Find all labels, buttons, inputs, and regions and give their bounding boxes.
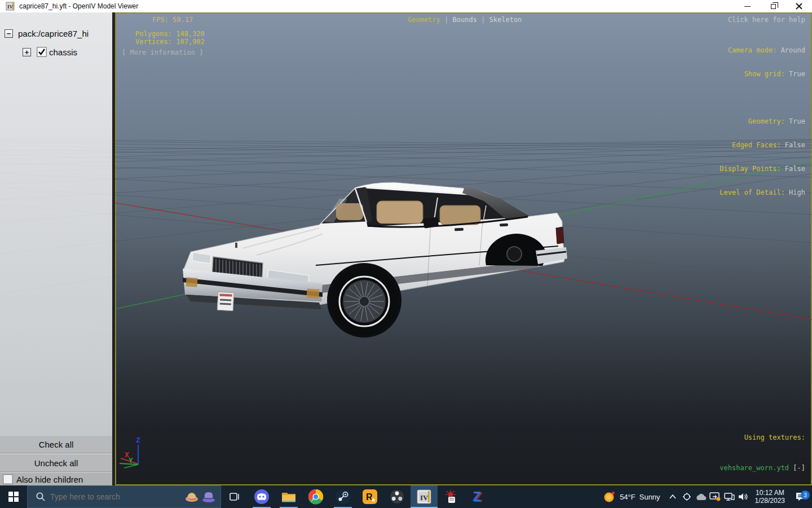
volume-icon [738,492,749,502]
taskbar-app-obs[interactable] [383,485,411,508]
restore-button[interactable] [760,0,786,12]
taskbar-app-rockstar[interactable]: R [356,485,383,508]
minimize-button[interactable] [734,0,760,12]
taskbar-app-chrome[interactable] [302,485,329,508]
tab-separator: | [440,16,453,24]
panel-divider [112,12,115,485]
taskbar-app-spray-tool[interactable] [438,485,465,508]
tray-volume-button[interactable] [736,485,751,508]
tab-skeleton[interactable]: Skeleton [489,16,522,24]
openiv-app-icon: IV [6,2,15,11]
setting-camera-mode[interactable]: Camera mode: Around [720,46,805,54]
task-view-icon [229,491,240,502]
weather-desc: Sunny [639,493,660,501]
weather-temp: 54°F [620,493,636,501]
more-information-link[interactable]: [ More information ] [122,49,204,56]
axis-gizmo-icon: Z X Y [120,436,140,468]
tree-root-row[interactable]: − pack:/caprice87_hi [5,29,89,38]
svg-text:Y: Y [129,456,133,465]
tree-root-label[interactable]: pack:/caprice87_hi [18,29,89,38]
start-button[interactable] [0,485,27,508]
tray-onedrive-button[interactable] [694,485,708,508]
tab-bounds[interactable]: Bounds [452,16,476,24]
fps-counter: FPS: 59.17 [152,16,193,24]
taskbar-app-discord[interactable] [248,485,275,508]
taskbar-app-zmodeler[interactable]: Z Z [465,485,492,508]
recorder-icon [682,492,692,502]
car-model [183,182,567,338]
search-icon [36,492,46,502]
svg-text:Z: Z [136,436,140,444]
top-hat-icon[interactable] [201,489,216,504]
taskbar-clock[interactable]: 10:12 AM 1/28/2023 [751,489,789,505]
taskbar-app-file-explorer[interactable] [275,485,302,508]
spray-tool-icon [443,489,459,505]
window-title: caprice87_hi.yft - OpenIV Model Viewer [19,2,138,10]
tab-separator: | [477,16,489,24]
tree-expand-icon[interactable]: + [23,48,31,56]
openiv-icon: IV [416,488,433,505]
also-hide-children-row: Also hide children [0,473,112,485]
taskbar-app-steam[interactable] [329,485,356,508]
setting-display-points[interactable]: Display Points: False [720,165,805,173]
svg-text:Z: Z [473,489,482,504]
sun-hat-icon[interactable] [184,489,199,504]
system-tray: 54°F Sunny [601,485,812,508]
minimize-icon [744,6,751,7]
tray-chevron-button[interactable] [666,485,680,508]
search-input[interactable] [50,492,184,501]
tray-network-button[interactable] [722,485,736,508]
tree-item-chassis[interactable]: + chassis [23,47,77,57]
tray-display-share-button[interactable] [708,485,722,508]
setting-edged-faces[interactable]: Edged Faces: False [720,141,805,149]
windows-taskbar: R IV [0,485,812,508]
setting-show-grid[interactable]: Show grid: True [720,70,805,78]
obs-icon [389,489,405,505]
viewer-settings: Camera mode: Around Show grid: True Geom… [720,30,805,212]
rockstar-icon: R [362,489,378,505]
close-icon [796,3,802,10]
file-explorer-icon [281,489,297,505]
svg-text:IV: IV [7,4,14,10]
tree-collapse-icon[interactable]: − [5,29,13,38]
restore-icon [771,4,776,9]
tab-geometry[interactable]: Geometry [408,16,440,24]
clock-date: 1/28/2023 [755,497,785,505]
taskbar-app-openiv[interactable]: IV [411,485,438,508]
network-icon [723,492,735,502]
check-all-button[interactable]: Check all [0,435,112,453]
model-tree-panel: − pack:/caprice87_hi + chassis Check all… [0,12,112,485]
tray-chevron-icon [669,494,676,499]
texture-item[interactable]: vehshare_worn.ytd [-] [716,463,805,473]
uncheck-all-button[interactable]: Uncheck all [0,454,112,472]
remove-texture-button[interactable]: [-] [789,464,805,472]
close-button[interactable] [786,0,812,12]
setting-level-of-detail[interactable]: Level of Detail: High [720,189,805,196]
windows-start-icon [8,492,19,502]
tray-recorder-button[interactable] [680,485,694,508]
onedrive-cloud-icon [695,493,707,501]
tree-item-label[interactable]: chassis [49,47,77,57]
3d-scene: Z X Y [0,12,812,485]
vertices-counter: Vertices: 107,902 [135,38,205,46]
taskbar-search[interactable] [27,485,221,508]
also-hide-children-checkbox[interactable] [3,474,13,484]
setting-geometry[interactable]: Geometry: True [720,117,805,125]
zmodeler-icon: Z Z [470,489,486,505]
clock-time: 10:12 AM [755,489,785,497]
task-view-button[interactable] [221,485,248,508]
display-share-icon [709,492,721,502]
discord-icon [254,489,270,505]
openiv-model-viewer-window: Z X Y FPS: 59.17 Polygons: 148,320 Verti… [0,0,812,508]
notification-center-button[interactable]: 3 [789,491,812,502]
title-bar: IV caprice87_hi.yft - OpenIV Model Viewe… [0,0,812,12]
weather-widget[interactable]: 54°F Sunny [601,491,665,503]
notification-badge: 3 [801,491,810,500]
license-plate [217,292,234,310]
chassis-checkbox[interactable] [37,47,47,57]
chrome-icon [308,489,324,505]
steam-icon [335,489,351,505]
view-mode-tabs: Geometry | Bounds | Skeleton [408,16,522,24]
help-link[interactable]: Click here for help [728,16,805,24]
texture-list-header: Using textures: [716,432,805,443]
